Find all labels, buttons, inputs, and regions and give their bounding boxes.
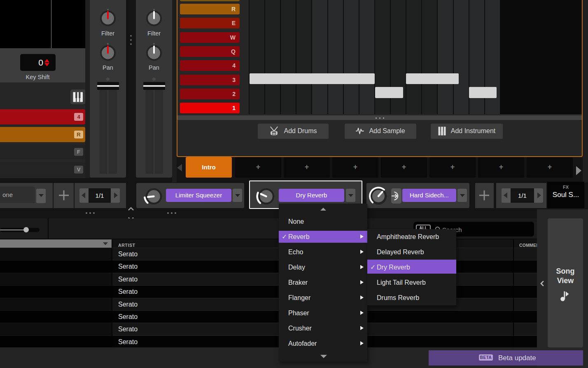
svg-text:Filter: Filter bbox=[101, 30, 114, 37]
svg-text:Pan: Pan bbox=[149, 64, 159, 71]
svg-text:Filter: Filter bbox=[147, 30, 161, 37]
svg-text:Pan: Pan bbox=[103, 64, 113, 71]
